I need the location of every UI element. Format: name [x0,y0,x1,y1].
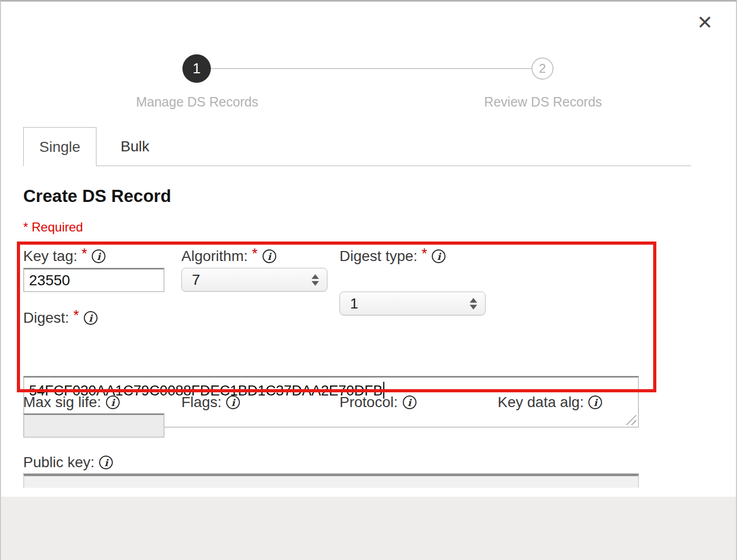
tab-single-label: Single [40,139,81,156]
step-2-label: Review DS Records [464,94,622,110]
step-1-number: 1 [192,61,200,77]
key-data-alg-label-row: Key data alg: [498,394,602,411]
flags-label: Flags: [181,394,221,411]
select-arrows-icon [312,274,319,286]
step-2-number: 2 [539,61,546,76]
digest-type-select[interactable]: 1 [340,292,486,315]
info-icon[interactable] [84,311,98,325]
protocol-label-row: Protocol: [340,394,416,411]
required-asterisk: * [422,246,428,262]
info-icon[interactable] [403,395,416,409]
required-note: * Required [23,220,83,235]
info-icon[interactable] [432,249,445,263]
key-data-alg-label: Key data alg: [498,394,584,411]
required-asterisk: * [73,307,79,324]
tab-bulk[interactable]: Bulk [96,127,173,166]
close-icon[interactable]: ✕ [697,13,713,32]
key-tag-value: 23550 [29,272,70,289]
public-key-textarea[interactable] [23,474,639,488]
algorithm-select-value: 7 [192,272,200,288]
protocol-label: Protocol: [340,394,398,411]
key-tag-input[interactable]: 23550 [23,268,164,292]
step-1-label: Manage DS Records [118,94,276,110]
step-2-circle: 2 [531,57,554,80]
step-1-circle: 1 [182,54,211,83]
digest-label: Digest: [23,310,69,326]
digest-type-label-row: Digest type: * [340,248,445,265]
info-icon[interactable] [588,395,602,409]
algorithm-label: Algorithm: [181,248,248,265]
public-key-label: Public key: [23,454,94,471]
stepper-connector-line [196,68,534,69]
required-asterisk: * [252,246,258,262]
key-tag-label: Key tag: [23,248,77,265]
tab-single[interactable]: Single [23,127,96,166]
info-icon[interactable] [99,456,113,469]
max-sig-life-label: Max sig life: [23,394,101,411]
tab-bulk-label: Bulk [121,138,149,155]
required-asterisk: * [82,246,88,262]
highlight-annotation-box [17,242,656,392]
flags-label-row: Flags: [181,394,240,411]
key-tag-label-row: Key tag: * [23,248,105,265]
max-sig-life-label-row: Max sig life: [23,394,120,411]
algorithm-select[interactable]: 7 [181,268,327,292]
info-icon[interactable] [263,249,276,263]
resize-handle-icon[interactable] [626,414,636,425]
public-key-label-row: Public key: [23,454,113,471]
info-icon[interactable] [92,249,105,263]
select-arrows-icon [470,298,477,310]
info-icon[interactable] [106,395,120,409]
dialog-footer [1,497,736,560]
digest-type-label: Digest type: [340,248,418,265]
tab-bottom-border [23,166,691,166]
algorithm-label-row: Algorithm: * [181,248,276,265]
digest-type-select-value: 1 [350,295,358,312]
page-title: Create DS Record [23,186,171,206]
digest-label-row: Digest: * [23,310,98,326]
info-icon[interactable] [226,395,240,409]
max-sig-life-input[interactable] [23,413,164,438]
create-ds-record-dialog: ✕ 1 2 Manage DS Records Review DS Record… [0,0,737,560]
